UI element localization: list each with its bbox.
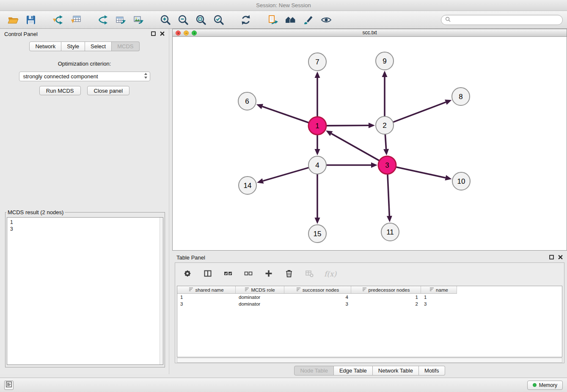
add-column-button[interactable] [263,268,274,279]
graph-edge-2-3[interactable] [385,134,386,149]
minimize-traffic-light-button[interactable] [184,30,189,36]
export-image-button[interactable] [129,12,147,28]
export-image-icon [133,14,144,25]
zoom-in-icon [160,14,171,25]
visibility-eye-icon [321,14,332,25]
graph-edge-3-10[interactable] [396,167,446,177]
float-panel-button[interactable] [151,31,156,37]
snapshot-document-button[interactable] [264,12,282,28]
zoom-out-icon [178,14,189,25]
global-search-box[interactable] [441,15,563,25]
close-table-panel-button[interactable] [558,254,563,261]
main-toolbar [0,11,567,29]
tab-motifs[interactable]: Motifs [419,366,445,375]
new-network-button[interactable] [94,12,112,28]
cell-name: 1 [421,295,457,300]
show-columns-button[interactable] [202,268,213,279]
import-network-button[interactable] [49,12,67,28]
close-panel-push-button[interactable]: Close panel [87,86,130,95]
tab-edge-table[interactable]: Edge Table [334,366,373,375]
zoom-fit-button[interactable] [192,12,210,28]
tab-mcds[interactable]: MCDS [112,41,139,51]
result-scrollbar[interactable] [160,218,163,364]
select-all-columns-button[interactable] [223,268,234,279]
delete-table-icon [305,269,314,279]
zoom-traffic-light-button[interactable] [192,30,197,36]
close-panel-button[interactable] [160,31,165,37]
console-button[interactable] [4,381,14,390]
column-label: shared name [195,287,223,293]
zoom-selected-button[interactable] [210,12,228,28]
network-window-title: scc.txt [362,30,377,36]
tab-network[interactable]: Network [29,41,61,51]
table-settings-button[interactable] [182,268,193,279]
optimization-dropdown[interactable]: strongly connected component [19,72,150,81]
close-icon [160,31,165,37]
graph-edge-4-14[interactable] [263,168,308,181]
tab-node-table[interactable]: Node Table [294,366,334,375]
open-file-button[interactable] [4,12,22,28]
table-horizontal-scrollbar[interactable] [177,358,562,363]
float-icon [549,254,554,261]
float-table-panel-button[interactable] [549,254,554,261]
graph-node-label: 4 [315,161,319,169]
delete-table-button [304,268,315,279]
cell-mcds-role: dominator [236,295,284,300]
run-mcds-button[interactable]: Run MCDS [39,86,81,95]
refresh-view-button[interactable] [237,12,255,28]
mcds-result-line[interactable]: 3 [10,226,160,232]
column-label: predecessor nodes [369,287,410,293]
export-table-button[interactable] [112,12,129,28]
graph-node-label: 1 [315,122,319,130]
column-header-predecessor-nodes[interactable]: predecessor nodes [351,286,421,294]
graph-node-label: 7 [315,58,319,66]
search-icon [445,16,451,24]
add-column-icon [264,269,273,279]
save-session-icon [25,14,36,25]
toolbar-group [157,12,228,28]
unselect-all-columns-button[interactable] [243,268,254,279]
mcds-result-list[interactable]: 1 3 [7,217,163,365]
graph-edge-1-6[interactable] [262,107,309,123]
status-bar: Memory [0,378,567,392]
column-header-shared-name[interactable]: shared name [177,286,236,294]
table-panel: Table Panel f(x) shared name MCDS role [172,252,567,376]
cell-shared-name: 1 [177,295,236,300]
graph-edge-1-2[interactable] [326,125,369,126]
memory-label: Memory [539,382,557,388]
memory-button[interactable]: Memory [527,381,563,390]
function-builder-icon: f(x) [324,270,336,278]
column-header-successor-nodes[interactable]: successor nodes [284,286,351,294]
column-header-name[interactable]: name [421,286,457,294]
close-traffic-light-button[interactable] [176,30,181,36]
table-toolbar: f(x) [175,263,564,285]
delete-columns-button[interactable] [284,268,295,279]
zoom-selected-icon [213,14,224,25]
cell-mcds-role: dominator [236,301,284,306]
graph-edge-2-8[interactable] [393,102,446,122]
traffic-lights [176,30,197,36]
mcds-result-line[interactable]: 1 [10,219,160,226]
save-session-button[interactable] [22,12,40,28]
window-title: Session: New Session [256,2,311,8]
table-row[interactable]: 1 dominator 4 1 1 [177,294,562,301]
zoom-out-button[interactable] [174,12,192,28]
zoom-in-button[interactable] [157,12,174,28]
global-search-input[interactable] [453,17,559,23]
table-row[interactable]: 3 dominator 3 2 3 [177,301,562,307]
home-button[interactable] [282,12,300,28]
sort-icon [362,287,367,293]
tab-style[interactable]: Style [61,41,85,51]
tab-network-table[interactable]: Network Table [373,366,419,375]
memory-indicator-dot [533,383,537,387]
close-icon [558,254,563,261]
tab-select[interactable]: Select [85,41,112,51]
graph-edge-3-1[interactable] [331,134,380,161]
network-canvas[interactable]: 7968124314101511 [173,37,567,251]
import-table-button[interactable] [67,12,85,28]
graph-edge-3-11[interactable] [388,174,389,216]
column-header-mcds-role[interactable]: MCDS role [236,286,284,294]
float-icon [151,31,156,37]
style-brush-button[interactable] [300,12,317,28]
visibility-eye-button[interactable] [317,12,335,28]
